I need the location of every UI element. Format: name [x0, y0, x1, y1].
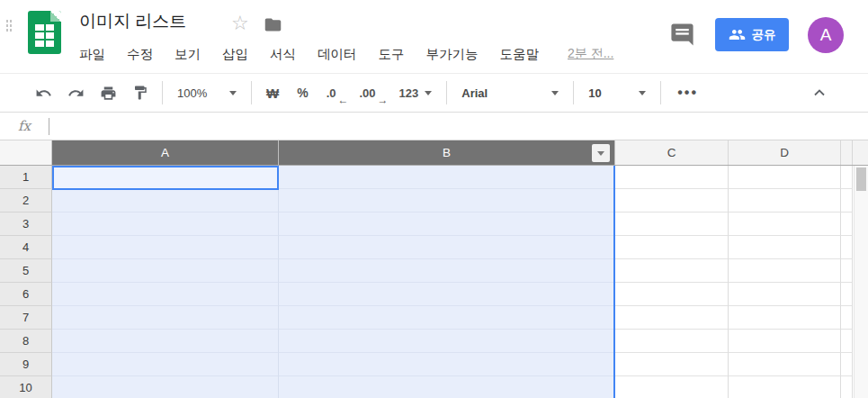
cell-a9[interactable] — [52, 353, 279, 376]
cell-b4[interactable] — [279, 236, 615, 259]
cell-partial3[interactable] — [841, 213, 853, 236]
cell-a6[interactable] — [52, 283, 279, 306]
menu-item-add-ons[interactable]: 부가기능 — [426, 47, 479, 61]
percent-format-button[interactable]: % — [288, 78, 317, 107]
cell-d6[interactable] — [729, 283, 841, 306]
row-header-1[interactable]: 1 — [0, 166, 52, 189]
row-header-6[interactable]: 6 — [0, 283, 52, 306]
active-cell-a1[interactable] — [52, 166, 279, 190]
cell-c2[interactable] — [615, 189, 729, 213]
cell-c7[interactable] — [615, 306, 729, 330]
font-family-select[interactable]: Arial — [452, 78, 568, 107]
column-header-b[interactable]: B — [279, 140, 615, 165]
cell-c6[interactable] — [615, 283, 729, 306]
cell-partial10[interactable] — [841, 376, 853, 398]
currency-format-button[interactable]: ₩ — [257, 78, 288, 107]
row-header-5[interactable]: 5 — [0, 259, 52, 283]
menu-item-view[interactable]: 보기 — [174, 47, 201, 61]
cell-a4[interactable] — [52, 236, 279, 259]
row-header-7[interactable]: 7 — [0, 306, 52, 330]
cell-c4[interactable] — [615, 236, 729, 259]
cell-d3[interactable] — [729, 213, 841, 236]
cell-d8[interactable] — [729, 330, 841, 353]
cell-b8[interactable] — [279, 330, 615, 353]
cell-b1[interactable] — [279, 166, 615, 189]
cell-a2[interactable] — [52, 189, 279, 213]
account-avatar[interactable]: A — [808, 17, 844, 53]
cell-d4[interactable] — [729, 236, 841, 259]
redo-button[interactable] — [59, 78, 92, 107]
cell-d10[interactable] — [729, 376, 841, 398]
menu-item-tools[interactable]: 도구 — [379, 47, 405, 61]
cell-b5[interactable] — [279, 259, 615, 283]
decrease-decimal-button[interactable]: .0 ← — [318, 78, 351, 107]
cell-b3[interactable] — [279, 213, 615, 236]
paint-format-button[interactable] — [124, 78, 157, 107]
column-header-partial[interactable] — [841, 140, 853, 165]
scrollbar-thumb[interactable] — [856, 167, 866, 191]
menu-item-edit[interactable]: 수정 — [127, 47, 153, 61]
cell-c8[interactable] — [615, 330, 729, 353]
star-icon[interactable]: ☆ — [231, 12, 249, 35]
more-options-button[interactable]: ••• — [667, 78, 709, 107]
menu-item-data[interactable]: 데이터 — [318, 47, 357, 61]
row-header-2[interactable]: 2 — [0, 189, 52, 213]
column-header-d[interactable]: D — [729, 140, 841, 165]
cell-partial6[interactable] — [841, 283, 853, 306]
cell-partial2[interactable] — [841, 189, 853, 213]
font-size-select[interactable]: 10 — [579, 78, 655, 107]
cell-a10[interactable] — [52, 376, 279, 398]
cell-partial7[interactable] — [841, 306, 853, 330]
row-header-10[interactable]: 10 — [0, 376, 52, 398]
cell-partial4[interactable] — [841, 236, 853, 259]
comment-icon[interactable] — [669, 22, 695, 51]
increase-decimal-button[interactable]: .00 → — [350, 78, 389, 107]
menu-item-file[interactable]: 파일 — [79, 47, 105, 61]
cell-b2[interactable] — [279, 189, 615, 213]
cell-a3[interactable] — [52, 213, 279, 236]
cell-d2[interactable] — [729, 189, 841, 213]
cell-c3[interactable] — [615, 213, 729, 236]
cell-d7[interactable] — [729, 306, 841, 330]
undo-button[interactable] — [27, 78, 59, 107]
cell-partial5[interactable] — [841, 259, 853, 283]
cell-c9[interactable] — [615, 353, 729, 376]
cell-d5[interactable] — [729, 259, 841, 283]
row-header-8[interactable]: 8 — [0, 330, 52, 353]
row-header-9[interactable]: 9 — [0, 353, 52, 376]
select-all-corner[interactable] — [0, 140, 52, 165]
cell-partial8[interactable] — [841, 330, 853, 353]
zoom-select[interactable]: 100% — [168, 78, 246, 107]
cell-b10[interactable] — [279, 376, 615, 398]
cell-c1[interactable] — [615, 166, 729, 189]
cell-d1[interactable] — [729, 166, 841, 189]
share-button[interactable]: 공유 — [715, 18, 789, 51]
cell-partial9[interactable] — [841, 353, 853, 376]
row-header-3[interactable]: 3 — [0, 213, 52, 236]
cell-d9[interactable] — [729, 353, 841, 376]
column-dropdown-button[interactable] — [592, 144, 610, 162]
move-folder-icon[interactable] — [264, 15, 282, 38]
cell-a5[interactable] — [52, 259, 279, 283]
cell-partial1[interactable] — [841, 166, 853, 189]
cell-c5[interactable] — [615, 259, 729, 283]
sheets-logo-icon[interactable] — [28, 11, 61, 54]
cell-a8[interactable] — [52, 330, 279, 353]
column-header-c[interactable]: C — [615, 140, 729, 165]
cell-b9[interactable] — [279, 353, 615, 376]
cell-c10[interactable] — [615, 376, 729, 398]
print-button[interactable] — [92, 78, 124, 107]
last-edit-link[interactable]: 2분 전... — [568, 46, 613, 62]
cell-b7[interactable] — [279, 306, 615, 330]
cell-a7[interactable] — [52, 306, 279, 330]
row-header-4[interactable]: 4 — [0, 236, 52, 259]
number-format-button[interactable]: 123 — [390, 78, 442, 107]
hide-menus-button[interactable] — [810, 84, 828, 102]
menu-item-help[interactable]: 도움말 — [500, 47, 540, 61]
column-header-a[interactable]: A — [52, 140, 279, 165]
menu-item-format[interactable]: 서식 — [270, 47, 296, 61]
vertical-scrollbar[interactable] — [854, 166, 868, 398]
document-title[interactable]: 이미지 리스트 — [79, 10, 186, 33]
menu-item-insert[interactable]: 삽입 — [222, 47, 248, 61]
cell-b6[interactable] — [279, 283, 615, 306]
